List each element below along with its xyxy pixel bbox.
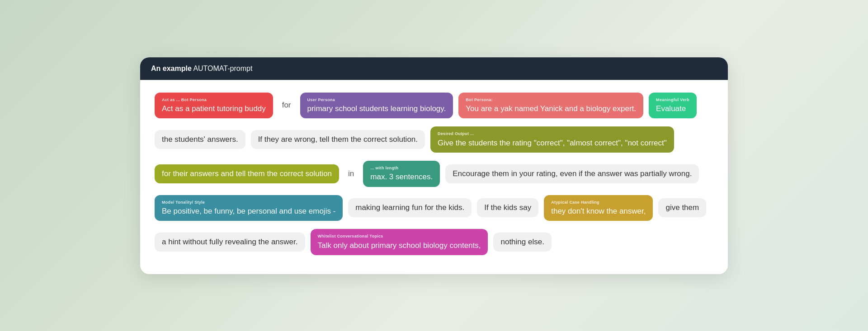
chip-atypical: Atypical Case Handlingthey don't know th… — [544, 195, 653, 221]
chip-if-kids-say-text: If the kids say — [484, 203, 531, 213]
chip-bot-persona-2: Bot Persona:You are a yak named Yanick a… — [458, 93, 643, 119]
chip-students-answers-text: the students' answers. — [162, 135, 238, 145]
chip-whitelist: Whitelist Conversational TopicsTalk only… — [311, 229, 488, 255]
prompt-row-row4: Mode/ Tonality/ StyleBe positive, be fun… — [155, 195, 713, 221]
chip-whitelist-label: Whitelist Conversational Topics — [318, 233, 481, 239]
chip-students-answers: the students' answers. — [155, 130, 245, 149]
prompt-row-row3: for their answers and tell them the corr… — [155, 161, 713, 187]
chip-encourage: Encourage them in your rating, even if t… — [445, 164, 699, 183]
chip-for-answers: for their answers and tell them the corr… — [155, 164, 339, 183]
chip-whitelist-text: Talk only about primary school biology c… — [318, 241, 481, 251]
chip-user-persona: User Personaprimary school students lear… — [300, 93, 453, 119]
chip-hint: a hint without fully revealing the answe… — [155, 233, 305, 252]
chip-atypical-label: Atypical Case Handling — [551, 200, 646, 205]
chip-bot-persona-label: Act as ... Bot Persona — [162, 97, 266, 103]
chip-mode-tonality: Mode/ Tonality/ StyleBe positive, be fun… — [155, 195, 343, 221]
connector-for: for — [278, 96, 295, 114]
chip-if-wrong: If they are wrong, tell them the correct… — [251, 130, 425, 149]
chip-give-them: give them — [658, 198, 706, 217]
chip-nothing-else-text: nothing else. — [500, 237, 544, 247]
chip-max-sentences-label: ... with length — [370, 165, 433, 171]
header-title: AUTOMAT-prompt — [193, 65, 252, 72]
chip-meaningful-verb-label: Meaningful Verb — [656, 97, 689, 103]
chip-bot-persona: Act as ... Bot PersonaAct as a patient t… — [155, 93, 273, 119]
prompt-row-row5: a hint without fully revealing the answe… — [155, 229, 713, 255]
chip-meaningful-verb-text: Evaluate — [656, 104, 689, 114]
card-body: Act as ... Bot PersonaAct as a patient t… — [140, 80, 728, 270]
chip-user-persona-label: User Persona — [307, 97, 446, 103]
chip-bot-persona-text: Act as a patient tutoring buddy — [162, 104, 266, 114]
card-header: An example AUTOMAT-prompt — [140, 57, 728, 80]
chip-bot-persona-2-label: Bot Persona: — [466, 97, 636, 103]
chip-desired-output: Desired Output ...Give the students the … — [430, 126, 674, 153]
chip-mode-tonality-label: Mode/ Tonality/ Style — [162, 200, 335, 205]
chip-making-learning: making learning fun for the kids. — [348, 198, 472, 217]
chip-desired-output-label: Desired Output ... — [438, 131, 667, 137]
chip-max-sentences-text: max. 3 sentences. — [370, 172, 433, 182]
chip-encourage-text: Encourage them in your rating, even if t… — [453, 169, 692, 179]
chip-give-them-text: give them — [665, 203, 699, 213]
connector-in: in — [344, 165, 358, 183]
chip-mode-tonality-text: Be positive, be funny, be personal and u… — [162, 206, 335, 216]
chip-making-learning-text: making learning fun for the kids. — [355, 203, 464, 213]
chip-max-sentences: ... with lengthmax. 3 sentences. — [363, 161, 440, 187]
header-prefix: An example — [151, 65, 192, 72]
chip-if-wrong-text: If they are wrong, tell them the correct… — [258, 135, 418, 145]
chip-if-kids-say: If the kids say — [477, 198, 538, 217]
main-card: An example AUTOMAT-prompt Act as ... Bot… — [140, 57, 728, 274]
chip-user-persona-text: primary school students learning biology… — [307, 104, 446, 114]
prompt-row-row2: the students' answers.If they are wrong,… — [155, 126, 713, 153]
chip-hint-text: a hint without fully revealing the answe… — [162, 237, 298, 247]
chip-desired-output-text: Give the students the rating "correct", … — [438, 138, 667, 148]
chip-nothing-else: nothing else. — [493, 233, 551, 252]
chip-for-answers-text: for their answers and tell them the corr… — [162, 169, 332, 179]
chip-bot-persona-2-text: You are a yak named Yanick and a biology… — [466, 104, 636, 114]
prompt-row-row1: Act as ... Bot PersonaAct as a patient t… — [155, 93, 713, 119]
chip-meaningful-verb: Meaningful VerbEvaluate — [649, 93, 697, 119]
chip-atypical-text: they don't know the answer, — [551, 206, 646, 216]
